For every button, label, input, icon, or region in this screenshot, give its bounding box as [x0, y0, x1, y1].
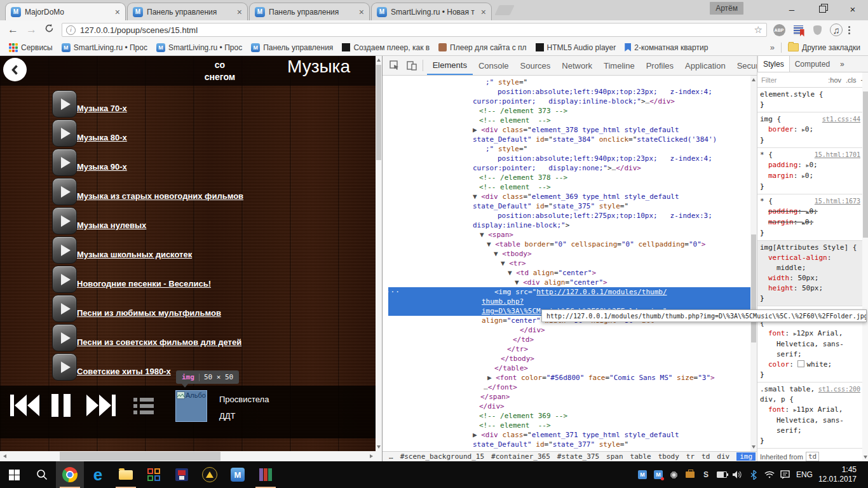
stylesheet-link[interactable]: st1.css:44 — [822, 114, 860, 125]
css-property[interactable]: height: 50px; — [760, 283, 860, 294]
scroll-left-arrow[interactable] — [3, 454, 6, 458]
album-art[interactable]: Альбо — [175, 390, 207, 422]
volume-icon[interactable] — [733, 470, 743, 480]
bookmarks-overflow-icon[interactable]: » — [770, 43, 775, 52]
code-line[interactable]: <!-- element --> — [388, 116, 750, 125]
taskbar-explorer-button[interactable] — [112, 461, 140, 488]
wifi-icon[interactable] — [764, 470, 775, 480]
browser-tab[interactable]: MMajorDoMo× — [5, 3, 126, 20]
code-line[interactable]: <!-- /element 378 --> — [388, 173, 750, 182]
code-line[interactable]: </div> — [388, 325, 750, 335]
code-line[interactable]: <!-- /element 369 --> — [388, 411, 750, 421]
back-button[interactable] — [3, 58, 27, 81]
sidebar-tab-styles[interactable]: Styles — [757, 56, 790, 72]
page-horizontal-scrollbar[interactable] — [0, 451, 382, 461]
forward-icon[interactable]: → — [26, 24, 37, 36]
code-line[interactable]: ▼ <tbody> — [388, 249, 750, 259]
code-line[interactable]: ▼ <div align="center"> — [388, 278, 750, 287]
taskbar-edge-button[interactable]: e — [84, 461, 112, 488]
css-property[interactable]: padding: ▶0; — [760, 207, 860, 217]
style-rule[interactable]: img[Attributes Style] {vertical-align: m… — [757, 241, 863, 306]
page-info-icon[interactable]: i — [66, 25, 76, 35]
sidebar-tab-computed[interactable]: Computed — [790, 56, 835, 72]
playlist-link[interactable]: Музыка 80-х — [77, 133, 127, 142]
code-line[interactable]: cursor:pointer; display:none;">…</div> — [388, 163, 750, 173]
taskbar-search-button[interactable] — [28, 461, 56, 488]
styles-scroll-down-arrow[interactable] — [864, 456, 867, 459]
playlist-link[interactable]: Музыка нулевых — [77, 220, 146, 230]
battery-icon[interactable] — [717, 470, 727, 480]
rule-selector[interactable]: element.style { — [760, 90, 860, 100]
browser-tab[interactable]: MПанель управления× — [249, 3, 370, 20]
rule-selector[interactable]: img { — [760, 114, 820, 125]
code-line[interactable]: …</font> — [388, 383, 750, 392]
close-window-button[interactable]: × — [837, 0, 868, 18]
breadcrumb-item[interactable]: #scene_background_15 — [400, 452, 484, 461]
start-button[interactable] — [0, 461, 28, 488]
playlist-button[interactable] — [133, 398, 154, 414]
code-line[interactable]: position:absolute;left:940px;top:23px; z… — [388, 87, 750, 97]
scroll-right-arrow[interactable] — [370, 454, 373, 458]
code-line[interactable]: ···<img src="http://127.0.0.1/modules/th… — [388, 287, 750, 297]
notification-icon[interactable] — [780, 470, 790, 480]
code-line[interactable]: <!-- element --> — [388, 421, 750, 430]
tab-close-icon[interactable]: × — [481, 7, 486, 17]
playlist-play-button[interactable] — [52, 236, 77, 264]
rule-selector[interactable]: * { — [760, 150, 812, 160]
styles-scrollbar[interactable] — [862, 72, 868, 461]
browser-tab[interactable]: MПанель управления× — [127, 3, 248, 20]
css-property[interactable]: margin: ▶0; — [760, 171, 860, 182]
style-rule[interactable]: * {15.html:1701padding: ▶0;margin: ▶0;} — [757, 148, 863, 194]
bookmark-item[interactable]: MПанель управления — [251, 43, 333, 52]
taskbar-floppy-app-button[interactable] — [168, 461, 196, 488]
code-line[interactable]: position:absolute;left:275px;top:10px; z… — [388, 211, 750, 220]
sidebar-tabs-overflow[interactable]: » — [835, 56, 850, 72]
adblock-extension-icon[interactable]: ABP — [772, 23, 786, 37]
inspect-element-icon[interactable] — [389, 58, 400, 72]
css-property[interactable]: font: ▶11px Arial, Helvetica, sans-serif… — [760, 405, 860, 436]
breadcrumb-item[interactable]: tbody — [658, 452, 679, 461]
language-indicator[interactable]: ENG — [796, 470, 813, 479]
css-property[interactable]: border: ▶0; — [760, 125, 860, 135]
elements-scroll-down-arrow[interactable] — [752, 445, 756, 449]
bookmark-item[interactable]: MSmartLiving.ru • Прос — [156, 43, 242, 52]
code-line[interactable]: state_Default" id="state_377" style=" — [388, 440, 750, 449]
css-property[interactable]: font: ▶12px Arial, Helvetica, sans-serif… — [760, 329, 860, 360]
stylesheet-link[interactable]: 15.html:1673 — [815, 196, 860, 207]
browser-tab[interactable]: MSmartLiving.ru • Новая т× — [371, 3, 492, 20]
code-line[interactable]: </tbody> — [388, 354, 750, 363]
code-line[interactable]: </td> — [388, 335, 750, 344]
playlist-link[interactable]: Новогодние песенки - Веселись! — [77, 279, 211, 288]
playlist-play-button[interactable] — [52, 90, 77, 118]
devtools-tab-sources[interactable]: Sources — [515, 57, 557, 75]
code-line[interactable]: thumb.php? — [388, 297, 750, 306]
style-rule[interactable]: img {st1.css:44border: ▶0;} — [757, 112, 863, 148]
playlist-play-button[interactable] — [52, 119, 77, 147]
bookmark-item[interactable]: HTML5 Audio player — [536, 43, 616, 52]
bookmark-item[interactable]: Плеер для сайта с пл — [438, 43, 526, 52]
back-icon[interactable]: ← — [8, 24, 18, 36]
profile-chip[interactable]: Артём — [710, 2, 743, 15]
code-line[interactable]: </div> — [388, 402, 750, 411]
code-line[interactable]: state_Default" id="state_384" onclick="s… — [388, 135, 750, 144]
code-line[interactable]: state_Default" id="state_375" style=" — [388, 201, 750, 211]
css-property[interactable]: color: white; — [760, 360, 860, 370]
tray-spider-icon[interactable] — [669, 470, 679, 480]
playlist-link[interactable]: Песни из советских фильмов для детей — [77, 337, 241, 347]
tab-close-icon[interactable]: × — [115, 7, 120, 17]
breadcrumb-item[interactable]: td — [702, 452, 710, 461]
css-property[interactable]: padding: ▶0; — [760, 160, 860, 171]
bookmark-item[interactable]: Сервисы — [9, 43, 53, 52]
toggle-hover-state-button[interactable]: :hov — [828, 76, 841, 84]
elements-scrollbar[interactable] — [750, 76, 757, 451]
code-line[interactable]: ▼ <span> — [388, 230, 750, 240]
tab-close-icon[interactable]: × — [237, 7, 242, 17]
devtools-tab-elements[interactable]: Elements — [427, 57, 473, 75]
tray-majordomo-alert-icon[interactable]: M — [653, 470, 663, 480]
code-line[interactable]: <!-- /element 373 --> — [388, 106, 750, 116]
bluetooth-icon[interactable] — [749, 470, 759, 480]
breadcrumb-item[interactable]: #state_375 — [557, 452, 599, 461]
breadcrumb-item[interactable]: #container_365 — [491, 452, 550, 461]
devtools-tab-profiles[interactable]: Profiles — [641, 57, 679, 75]
style-rule[interactable]: element.style {} — [757, 88, 863, 112]
